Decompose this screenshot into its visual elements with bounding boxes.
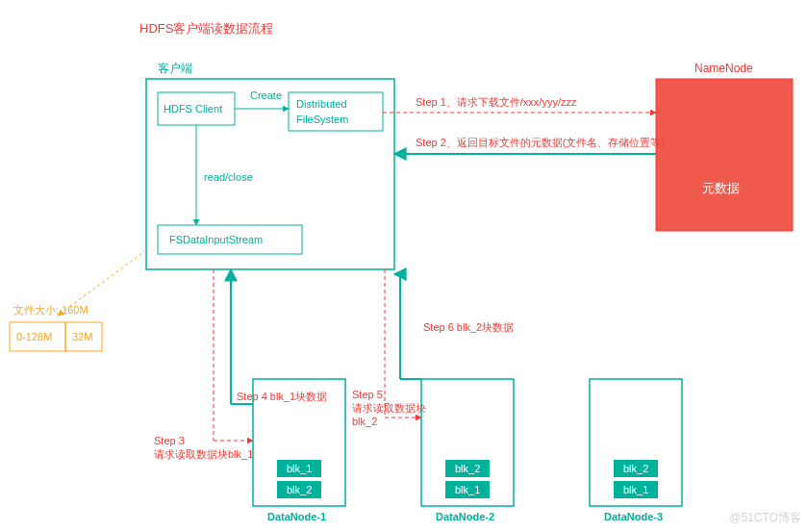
read-close-label: read/close [204, 171, 253, 183]
dn3-blk2: blk_1 [623, 484, 648, 495]
create-label: Create [250, 89, 282, 101]
dn2-blk1: blk_2 [455, 463, 480, 474]
namenode-meta: 元数据 [702, 181, 740, 195]
namenode-box [656, 79, 793, 231]
dn1-blk1: blk_1 [287, 463, 312, 474]
diagram-title: HDFS客户端读数据流程 [139, 21, 273, 36]
datanode-2: blk_2 blk_1 DataNode-2 [421, 379, 514, 522]
step5-label-l2: 请求读取数据块 [352, 402, 426, 414]
dn1-blk2: blk_2 [287, 484, 312, 495]
step4-label: Step 4 blk_1块数据 [237, 391, 327, 402]
dn3-label: DataNode-3 [604, 511, 663, 522]
client-label: 客户端 [158, 62, 192, 75]
step1-label: Step 1、请求下载文件/xxx/yyy/zzz [416, 96, 577, 108]
dfs-box-l1: Distributed [296, 98, 347, 110]
step3-label-l2: 请求读取数据块blk_1 [154, 448, 253, 460]
dfs-box-l2: FileSystem [296, 114, 348, 125]
block-b: 32M [72, 331, 92, 342]
dn2-label: DataNode-2 [436, 511, 494, 522]
datanode-3: blk_2 blk_1 DataNode-3 [590, 379, 682, 522]
step5-label-l1: Step 5 [352, 389, 383, 400]
hdfs-client-box: HDFS Client [164, 103, 222, 114]
namenode-label: NameNode [694, 62, 753, 75]
file-size-label: 文件大小: 160M [13, 304, 88, 316]
step3-label-l1: Step 3 [154, 435, 185, 446]
dn3-blk1: blk_2 [623, 463, 648, 474]
client-box: 客户端 HDFS Client Create Distributed FileS… [146, 62, 394, 269]
step2-label: Step 2、返回目标文件的元数据(文件名、存储位置等) [416, 137, 665, 148]
dn2-blk2: blk_1 [455, 484, 480, 495]
watermark: @51CTO博客 [729, 510, 801, 526]
fsdata-box: FSDataInputStream [169, 234, 263, 245]
step6-label: Step 6 blk_2块数据 [423, 321, 514, 333]
step5-label-l3: blk_2 [352, 416, 377, 427]
dn1-label: DataNode-1 [267, 511, 326, 522]
block-a: 0-128M [16, 331, 52, 342]
